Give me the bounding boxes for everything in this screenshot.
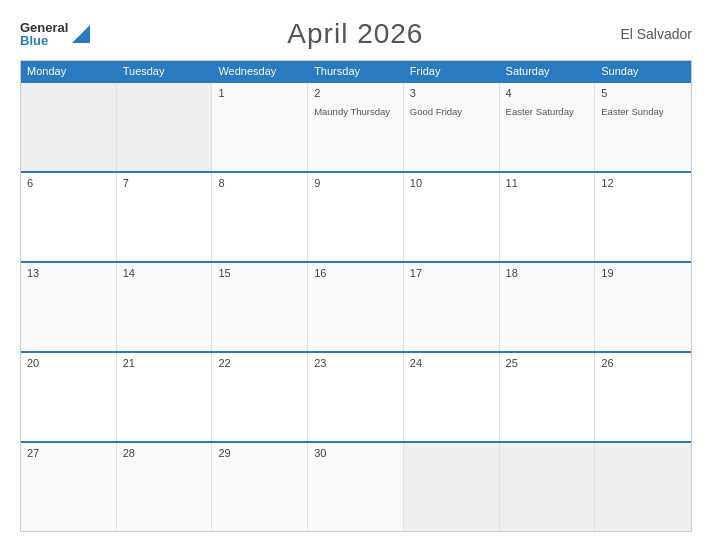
day-cell-18: 18	[500, 263, 596, 351]
day-number: 14	[123, 267, 206, 279]
day-cell-12: 12	[595, 173, 691, 261]
header: General Blue April 2026 El Salvador	[20, 18, 692, 50]
day-cell-19: 19	[595, 263, 691, 351]
day-cell-22: 22	[212, 353, 308, 441]
day-event: Easter Saturday	[506, 106, 574, 117]
weeks: 1 2 Maundy Thursday 3 Good Friday 4 East…	[21, 81, 691, 531]
country-label: El Salvador	[620, 26, 692, 42]
day-cell-20: 20	[21, 353, 117, 441]
header-tuesday: Tuesday	[117, 61, 213, 81]
day-cell-empty	[21, 83, 117, 171]
day-cell-11: 11	[500, 173, 596, 261]
header-saturday: Saturday	[500, 61, 596, 81]
day-number: 11	[506, 177, 589, 189]
day-number: 10	[410, 177, 493, 189]
day-cell-30: 30	[308, 443, 404, 531]
header-sunday: Sunday	[595, 61, 691, 81]
day-cell-empty	[595, 443, 691, 531]
day-number: 5	[601, 87, 685, 99]
day-event: Easter Sunday	[601, 106, 663, 117]
day-cell-2: 2 Maundy Thursday	[308, 83, 404, 171]
week-row-4: 20 21 22 23 24 25 26	[21, 351, 691, 441]
day-number: 27	[27, 447, 110, 459]
day-number: 19	[601, 267, 685, 279]
day-number: 29	[218, 447, 301, 459]
day-cell-9: 9	[308, 173, 404, 261]
day-cell-14: 14	[117, 263, 213, 351]
week-row-5: 27 28 29 30	[21, 441, 691, 531]
calendar: Monday Tuesday Wednesday Thursday Friday…	[20, 60, 692, 532]
day-number: 17	[410, 267, 493, 279]
svg-marker-0	[72, 25, 90, 43]
day-cell-28: 28	[117, 443, 213, 531]
day-cell-3: 3 Good Friday	[404, 83, 500, 171]
day-cell-23: 23	[308, 353, 404, 441]
day-cell-27: 27	[21, 443, 117, 531]
day-number: 8	[218, 177, 301, 189]
day-cell-8: 8	[212, 173, 308, 261]
day-cell-10: 10	[404, 173, 500, 261]
week-row-1: 1 2 Maundy Thursday 3 Good Friday 4 East…	[21, 81, 691, 171]
header-thursday: Thursday	[308, 61, 404, 81]
day-cell-1: 1	[212, 83, 308, 171]
day-number: 6	[27, 177, 110, 189]
day-number: 16	[314, 267, 397, 279]
day-cell-empty	[404, 443, 500, 531]
day-number: 24	[410, 357, 493, 369]
day-number: 26	[601, 357, 685, 369]
page: General Blue April 2026 El Salvador Mond…	[0, 0, 712, 550]
day-number: 2	[314, 87, 397, 99]
day-event: Maundy Thursday	[314, 106, 390, 117]
day-cell-24: 24	[404, 353, 500, 441]
day-number: 28	[123, 447, 206, 459]
day-number: 30	[314, 447, 397, 459]
header-friday: Friday	[404, 61, 500, 81]
day-event: Good Friday	[410, 106, 462, 117]
day-number: 15	[218, 267, 301, 279]
logo: General Blue	[20, 21, 90, 47]
day-number: 12	[601, 177, 685, 189]
day-number: 18	[506, 267, 589, 279]
day-cell-21: 21	[117, 353, 213, 441]
day-number: 1	[218, 87, 301, 99]
day-number: 3	[410, 87, 493, 99]
day-cell-4: 4 Easter Saturday	[500, 83, 596, 171]
day-number: 13	[27, 267, 110, 279]
day-cell-25: 25	[500, 353, 596, 441]
day-number: 7	[123, 177, 206, 189]
day-headers: Monday Tuesday Wednesday Thursday Friday…	[21, 61, 691, 81]
header-monday: Monday	[21, 61, 117, 81]
day-number: 23	[314, 357, 397, 369]
day-number: 4	[506, 87, 589, 99]
day-cell-29: 29	[212, 443, 308, 531]
week-row-2: 6 7 8 9 10 11 12	[21, 171, 691, 261]
logo-blue-text: Blue	[20, 34, 68, 47]
day-number: 22	[218, 357, 301, 369]
day-cell-13: 13	[21, 263, 117, 351]
day-cell-empty	[500, 443, 596, 531]
day-cell-17: 17	[404, 263, 500, 351]
month-title: April 2026	[287, 18, 423, 50]
day-cell-6: 6	[21, 173, 117, 261]
day-cell-26: 26	[595, 353, 691, 441]
day-cell-empty	[117, 83, 213, 171]
day-number: 25	[506, 357, 589, 369]
week-row-3: 13 14 15 16 17 18 19	[21, 261, 691, 351]
day-number: 9	[314, 177, 397, 189]
day-cell-5: 5 Easter Sunday	[595, 83, 691, 171]
day-cell-7: 7	[117, 173, 213, 261]
header-wednesday: Wednesday	[212, 61, 308, 81]
day-number: 20	[27, 357, 110, 369]
day-cell-16: 16	[308, 263, 404, 351]
logo-triangle-icon	[72, 25, 90, 43]
day-number: 21	[123, 357, 206, 369]
day-cell-15: 15	[212, 263, 308, 351]
